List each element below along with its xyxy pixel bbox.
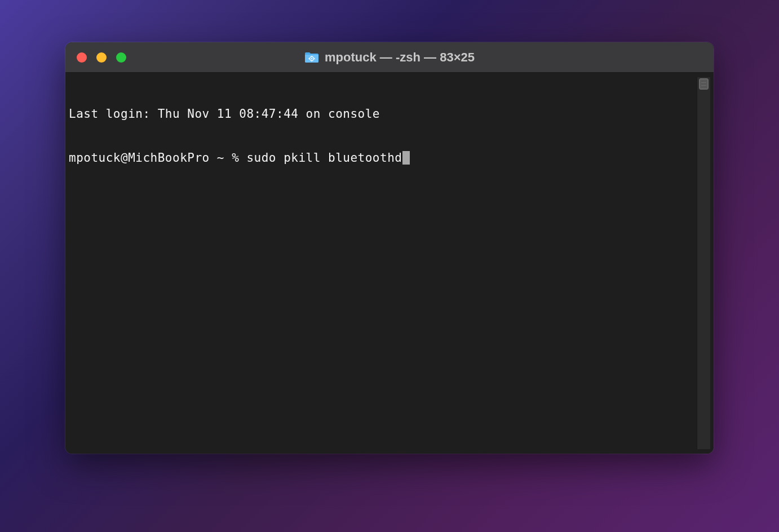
close-button[interactable] <box>77 52 87 63</box>
svg-rect-3 <box>311 60 312 61</box>
folder-icon <box>304 51 319 64</box>
window-title: mpotuck — -zsh — 83×25 <box>304 50 475 65</box>
terminal-body[interactable]: Last login: Thu Nov 11 08:47:44 on conso… <box>65 73 714 454</box>
svg-rect-4 <box>309 57 310 59</box>
shell-prompt: mpotuck@MichBookPro ~ % <box>69 150 246 165</box>
scrollbar-track[interactable] <box>697 77 710 449</box>
svg-rect-5 <box>314 57 315 59</box>
traffic-lights <box>65 52 126 63</box>
window-titlebar: mpotuck — -zsh — 83×25 <box>65 42 714 73</box>
window-title-text: mpotuck — -zsh — 83×25 <box>325 50 475 65</box>
scrollbar-thumb[interactable] <box>699 78 709 90</box>
command-text: sudo pkill bluetoothd <box>246 150 402 165</box>
terminal-content[interactable]: Last login: Thu Nov 11 08:47:44 on conso… <box>69 77 697 449</box>
maximize-button[interactable] <box>116 52 126 63</box>
terminal-window: mpotuck — -zsh — 83×25 Last login: Thu N… <box>65 42 714 454</box>
last-login-line: Last login: Thu Nov 11 08:47:44 on conso… <box>69 107 697 121</box>
svg-point-1 <box>311 57 312 59</box>
prompt-line: mpotuck@MichBookPro ~ % sudo pkill bluet… <box>69 150 697 165</box>
svg-rect-2 <box>311 56 312 57</box>
minimize-button[interactable] <box>96 52 107 63</box>
cursor <box>402 151 410 165</box>
